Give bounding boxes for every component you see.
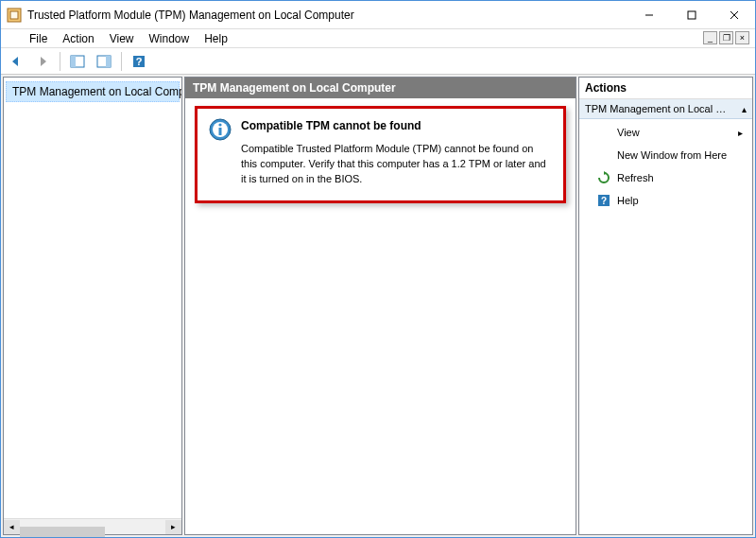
panel-actions-icon — [96, 54, 112, 69]
menu-help[interactable]: Help — [197, 30, 235, 47]
tree-item-tpm[interactable]: TPM Management on Local Comp — [6, 81, 180, 102]
menu-window[interactable]: Window — [142, 30, 198, 47]
svg-rect-1 — [10, 11, 18, 19]
info-icon — [209, 118, 232, 141]
svg-rect-9 — [106, 56, 111, 67]
child-window-controls: _ ❐ × — [703, 31, 749, 44]
svg-point-16 — [218, 123, 221, 126]
scroll-thumb[interactable] — [20, 527, 105, 538]
scroll-right-button[interactable]: ▸ — [165, 520, 181, 534]
toolbar-separator — [60, 52, 60, 71]
child-close-button[interactable]: × — [735, 31, 749, 44]
center-pane: TPM Management on Local Computer Compati… — [184, 77, 576, 535]
child-minimize-button[interactable]: _ — [703, 31, 717, 44]
help-button[interactable]: ? — [128, 50, 150, 73]
toolbar: ? — [1, 48, 755, 75]
tree-body: TPM Management on Local Comp — [4, 78, 181, 518]
tpm-not-found-notice: Compatible TPM cannot be found Compatibl… — [195, 106, 566, 203]
collapse-icon: ▴ — [742, 104, 747, 114]
svg-rect-3 — [688, 11, 696, 19]
center-pane-header: TPM Management on Local Computer — [185, 78, 576, 98]
close-button[interactable] — [713, 1, 755, 28]
svg-text:?: ? — [136, 56, 143, 67]
tree-item-label: TPM Management on Local Comp — [12, 85, 181, 98]
workspace: TPM Management on Local Comp ◂ ▸ TPM Man… — [1, 75, 755, 537]
minimize-button[interactable] — [627, 1, 670, 28]
menu-action[interactable]: Action — [55, 30, 101, 47]
svg-rect-17 — [219, 128, 222, 135]
window-controls — [627, 1, 755, 28]
info-body: Compatible Trusted Platform Module (TPM)… — [241, 142, 552, 187]
arrow-left-icon — [9, 54, 24, 69]
back-button[interactable] — [5, 50, 27, 73]
maximize-button[interactable] — [670, 1, 713, 28]
show-hide-actions-button[interactable] — [93, 50, 115, 73]
action-label: New Window from Here — [617, 149, 727, 161]
forward-button[interactable] — [31, 50, 54, 73]
blank-icon — [596, 148, 611, 163]
action-new-window[interactable]: New Window from Here — [579, 144, 752, 166]
actions-title: Actions — [579, 78, 752, 99]
refresh-icon — [596, 170, 611, 185]
menu-file[interactable]: File — [22, 30, 55, 47]
blank-icon — [596, 125, 611, 140]
info-text: Compatible TPM cannot be found Compatibl… — [241, 118, 552, 187]
action-view[interactable]: View ▸ — [579, 121, 752, 144]
actions-list: View ▸ New Window from Here Refresh — [579, 119, 752, 214]
toolbar-separator — [121, 52, 122, 71]
actions-group-header[interactable]: TPM Management on Local Computer ▴ — [579, 99, 752, 119]
help-icon: ? — [131, 54, 146, 69]
action-label: Refresh — [617, 172, 654, 183]
action-help[interactable]: ? Help — [579, 189, 752, 212]
center-body: Compatible TPM cannot be found Compatibl… — [185, 98, 576, 534]
show-hide-tree-button[interactable] — [66, 50, 89, 73]
actions-group-label: TPM Management on Local Computer — [585, 103, 727, 114]
tree-pane: TPM Management on Local Comp ◂ ▸ — [3, 77, 182, 535]
menubar: File Action View Window Help _ ❐ × — [1, 29, 755, 48]
child-restore-button[interactable]: ❐ — [719, 31, 733, 44]
scroll-left-button[interactable]: ◂ — [4, 520, 20, 534]
action-label: View — [617, 127, 640, 138]
app-icon — [7, 8, 22, 23]
help-icon: ? — [596, 193, 611, 208]
action-refresh[interactable]: Refresh — [579, 166, 752, 189]
svg-rect-7 — [71, 56, 76, 67]
menu-view[interactable]: View — [102, 30, 142, 47]
actions-pane: Actions TPM Management on Local Computer… — [578, 77, 753, 535]
submenu-icon: ▸ — [738, 128, 743, 138]
horizontal-scrollbar[interactable]: ◂ ▸ — [4, 518, 181, 534]
arrow-right-icon — [35, 54, 50, 69]
window-title: Trusted Platform Module (TPM) Management… — [27, 9, 627, 22]
panel-tree-icon — [70, 54, 85, 69]
info-heading: Compatible TPM cannot be found — [241, 118, 552, 134]
action-label: Help — [617, 195, 639, 206]
svg-text:?: ? — [601, 196, 607, 206]
titlebar: Trusted Platform Module (TPM) Management… — [1, 1, 755, 29]
